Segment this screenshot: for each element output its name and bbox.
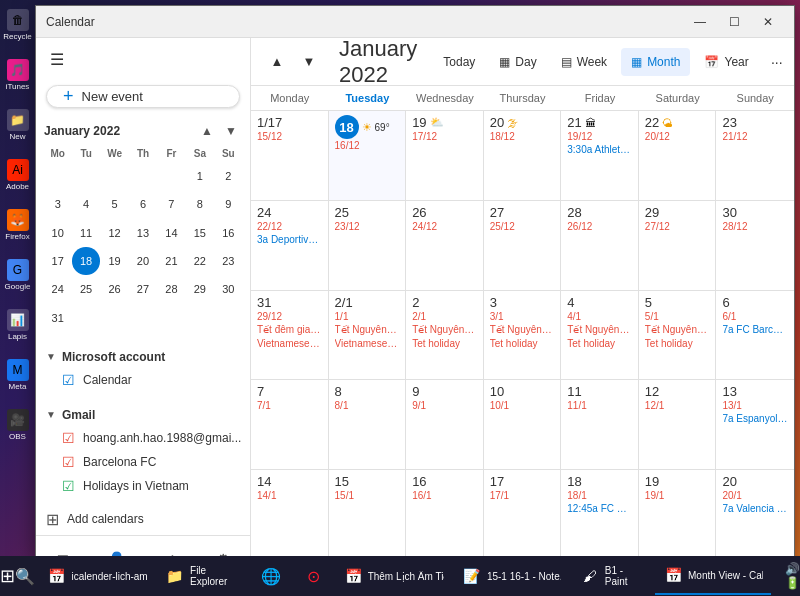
mini-day[interactable]: 26 (101, 276, 128, 303)
event-tet-holiday-3[interactable]: Tet holiday (567, 337, 632, 350)
mini-day[interactable] (72, 162, 99, 189)
cal-cell-feb19[interactable]: 19 19/1 (639, 470, 717, 559)
lapis-icon[interactable]: 📊Lapis (0, 300, 35, 350)
today-button[interactable]: Today (433, 48, 485, 76)
event-tet-holiday-4[interactable]: Tet holiday (645, 337, 710, 350)
mini-day[interactable]: 1 (186, 162, 213, 189)
cal-cell-jan28[interactable]: 28 26/12 (561, 201, 639, 290)
taskbar-item-them-lich[interactable]: 📅 Thêm Lịch Âm Tiế... (336, 557, 452, 595)
cal-cell-jan17[interactable]: 1/17 15/12 (251, 111, 329, 200)
mini-day[interactable]: 27 (129, 276, 156, 303)
cal-cell-feb4[interactable]: 4 4/1 Tết Nguyên Đá Tet holiday (561, 291, 639, 380)
new-folder-icon[interactable]: 📁New (0, 100, 35, 150)
mini-day[interactable]: 10 (44, 219, 71, 246)
mini-day[interactable]: 24 (44, 276, 71, 303)
cal-cell-feb8[interactable]: 8 8/1 (329, 380, 407, 469)
event-espanyol[interactable]: 7a Espanyol Ba (722, 412, 788, 425)
year-view-button[interactable]: 📅 Year (694, 48, 758, 76)
event-deportivo[interactable]: 3a Deportivo A (257, 233, 322, 246)
close-button[interactable]: ✕ (752, 6, 784, 38)
mini-day[interactable] (129, 304, 156, 331)
mini-day[interactable]: 3 (44, 190, 71, 217)
mini-day[interactable] (72, 304, 99, 331)
prev-month-button[interactable]: ▲ (263, 48, 291, 76)
cal-cell-jan30[interactable]: 30 28/12 (716, 201, 794, 290)
mini-day[interactable] (101, 304, 128, 331)
mini-day[interactable]: 2 (215, 162, 242, 189)
event-fc-barcelona-2[interactable]: 12:45a FC Barc (567, 502, 632, 515)
calendar-item-calendar[interactable]: ☑ Calendar (46, 368, 240, 392)
gmail-email-item[interactable]: ☑ hoang.anh.hao.1988@gmai... (46, 426, 240, 450)
mini-day[interactable]: 14 (158, 219, 185, 246)
cal-cell-jan29[interactable]: 29 27/12 (639, 201, 717, 290)
cal-cell-jan19[interactable]: 19 ⛅ 17/12 (406, 111, 484, 200)
cal-cell-jan23[interactable]: 23 21/12 (716, 111, 794, 200)
mini-day[interactable]: 22 (186, 247, 213, 274)
cal-cell-feb18[interactable]: 18 18/1 12:45a FC Barc (561, 470, 639, 559)
mini-day[interactable]: 8 (186, 190, 213, 217)
taskbar-item-calendar[interactable]: 📅 Month View - Cal... (655, 557, 771, 595)
cal-cell-feb10[interactable]: 10 10/1 (484, 380, 562, 469)
mini-day[interactable]: 4 (72, 190, 99, 217)
event-valencia[interactable]: 7a Valencia CF (722, 502, 788, 515)
more-options-button[interactable]: ··· (763, 48, 791, 76)
week-view-button[interactable]: ▤ Week (551, 48, 617, 76)
search-button[interactable]: 🔍 (15, 556, 35, 596)
mini-day-today[interactable]: 18 (72, 247, 99, 274)
taskbar-item-edge[interactable]: 🌐 (252, 557, 292, 595)
cal-cell-feb20[interactable]: 20 20/1 7a Valencia CF (716, 470, 794, 559)
mini-day[interactable]: 21 (158, 247, 185, 274)
next-month-button[interactable]: ▼ (295, 48, 323, 76)
start-button[interactable]: ⊞ (0, 556, 15, 596)
event-athletic[interactable]: 3:30a Athletic I (567, 143, 632, 156)
event-fc-barcelona-1[interactable]: 7a FC Barcelon (722, 323, 788, 336)
maximize-button[interactable]: ☐ (718, 6, 750, 38)
cal-cell-feb5[interactable]: 5 5/1 Tết Nguyên Đá Tet holiday (639, 291, 717, 380)
month-view-button[interactable]: ▦ Month (621, 48, 690, 76)
cal-cell-feb3[interactable]: 3 3/1 Tết Nguyên Đá Tet holiday (484, 291, 562, 380)
mini-day[interactable] (186, 304, 213, 331)
event-tet-holiday-2[interactable]: Tet holiday (490, 337, 555, 350)
event-tet-nguyen-da-2[interactable]: Tết Nguyên Đá (412, 323, 477, 336)
obs-icon[interactable]: 🎥OBS (0, 400, 35, 450)
mini-day[interactable] (129, 162, 156, 189)
mini-day[interactable] (101, 162, 128, 189)
mini-day[interactable]: 7 (158, 190, 185, 217)
itunes-icon[interactable]: 🎵iTunes (0, 50, 35, 100)
mini-day[interactable]: 23 (215, 247, 242, 274)
cal-cell-feb16[interactable]: 16 16/1 (406, 470, 484, 559)
mini-day[interactable]: 20 (129, 247, 156, 274)
taskbar-item-opera[interactable]: ⊙ (294, 557, 334, 595)
mini-day[interactable]: 16 (215, 219, 242, 246)
microsoft-account-header[interactable]: ▼ Microsoft account (46, 346, 240, 368)
event-vietnamese-ne-2[interactable]: Vietnamese Ne (335, 337, 400, 350)
cal-cell-feb11[interactable]: 11 11/1 (561, 380, 639, 469)
mini-day[interactable]: 11 (72, 219, 99, 246)
cal-cell-jan18[interactable]: 18 ☀ 69° 16/12 (329, 111, 407, 200)
cal-cell-feb7[interactable]: 7 7/1 (251, 380, 329, 469)
meta-icon[interactable]: MMeta (0, 350, 35, 400)
event-tet-holiday-1[interactable]: Tet holiday (412, 337, 477, 350)
mini-day[interactable] (158, 304, 185, 331)
mini-day[interactable]: 6 (129, 190, 156, 217)
cal-cell-jan22[interactable]: 22 🌤 20/12 (639, 111, 717, 200)
event-tet-nguyen-da-3[interactable]: Tết Nguyên Đá (490, 323, 555, 336)
add-calendars-button[interactable]: ⊞ Add calendars (36, 504, 250, 535)
cal-cell-jan26[interactable]: 26 24/12 (406, 201, 484, 290)
day-view-button[interactable]: ▦ Day (489, 48, 546, 76)
event-tet-nguyen-da-5[interactable]: Tết Nguyên Đá (645, 323, 710, 336)
taskbar-item-notepad[interactable]: 📝 15-1 16-1 - Note... (454, 557, 570, 595)
cal-cell-jan21[interactable]: 21 🏛 19/12 3:30a Athletic I (561, 111, 639, 200)
mini-cal-prev[interactable]: ▲ (196, 120, 218, 142)
cal-cell-jan31[interactable]: 31 29/12 Tết đêm giao th Vietnamese Ne (251, 291, 329, 380)
cal-cell-jan24[interactable]: 24 22/12 3a Deportivo A (251, 201, 329, 290)
mini-day[interactable]: 17 (44, 247, 71, 274)
mini-day[interactable]: 12 (101, 219, 128, 246)
event-vietnamese-ne-1[interactable]: Vietnamese Ne (257, 337, 322, 350)
event-tet-nguyen-da-4[interactable]: Tết Nguyên Đá (567, 323, 632, 336)
mini-day[interactable]: 31 (44, 304, 71, 331)
mini-day[interactable]: 29 (186, 276, 213, 303)
adobe-icon[interactable]: AiAdobe (0, 150, 35, 200)
cal-cell-feb2[interactable]: 2 2/1 Tết Nguyên Đá Tet holiday (406, 291, 484, 380)
mini-day[interactable]: 30 (215, 276, 242, 303)
